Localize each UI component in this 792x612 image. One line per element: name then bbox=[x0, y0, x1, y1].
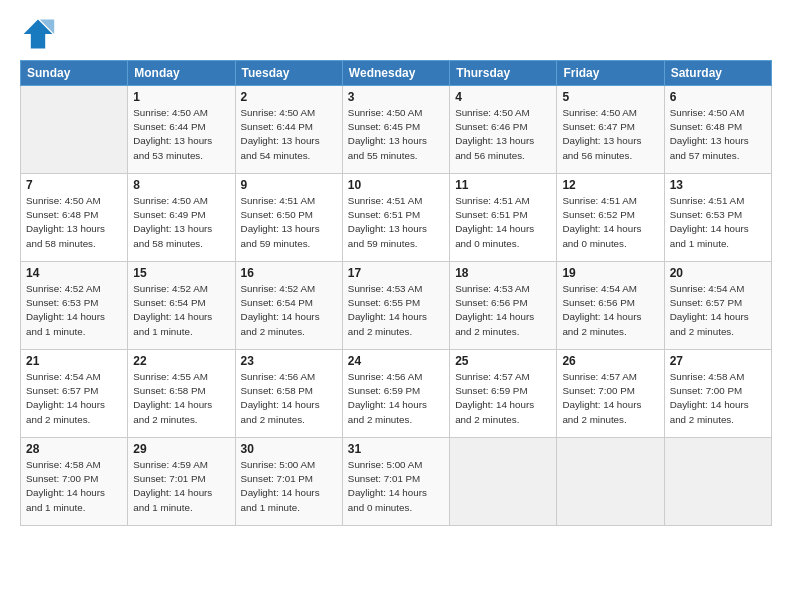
cell-daylight: Daylight: 14 hours and 0 minutes. bbox=[348, 486, 444, 514]
cell-info: Sunrise: 4:54 AM Sunset: 6:57 PM Dayligh… bbox=[670, 282, 766, 339]
cell-sunset: Sunset: 6:56 PM bbox=[455, 296, 551, 310]
calendar-cell: 28 Sunrise: 4:58 AM Sunset: 7:00 PM Dayl… bbox=[21, 438, 128, 526]
cell-sunrise: Sunrise: 4:50 AM bbox=[562, 106, 658, 120]
cell-daylight: Daylight: 14 hours and 2 minutes. bbox=[348, 398, 444, 426]
cell-sunset: Sunset: 7:00 PM bbox=[26, 472, 122, 486]
calendar-cell: 19 Sunrise: 4:54 AM Sunset: 6:56 PM Dayl… bbox=[557, 262, 664, 350]
cell-sunrise: Sunrise: 4:55 AM bbox=[133, 370, 229, 384]
cell-sunrise: Sunrise: 4:50 AM bbox=[455, 106, 551, 120]
cell-info: Sunrise: 4:52 AM Sunset: 6:54 PM Dayligh… bbox=[241, 282, 337, 339]
cell-daylight: Daylight: 14 hours and 2 minutes. bbox=[455, 310, 551, 338]
calendar-table: SundayMondayTuesdayWednesdayThursdayFrid… bbox=[20, 60, 772, 526]
cell-info: Sunrise: 4:57 AM Sunset: 6:59 PM Dayligh… bbox=[455, 370, 551, 427]
cell-sunset: Sunset: 6:52 PM bbox=[562, 208, 658, 222]
cell-sunrise: Sunrise: 4:52 AM bbox=[241, 282, 337, 296]
cell-sunset: Sunset: 6:59 PM bbox=[348, 384, 444, 398]
weekday-header: Wednesday bbox=[342, 61, 449, 86]
cell-day-number: 21 bbox=[26, 354, 122, 368]
cell-daylight: Daylight: 13 hours and 59 minutes. bbox=[241, 222, 337, 250]
logo bbox=[20, 16, 62, 52]
cell-sunset: Sunset: 7:01 PM bbox=[241, 472, 337, 486]
cell-daylight: Daylight: 14 hours and 1 minute. bbox=[133, 486, 229, 514]
cell-day-number: 30 bbox=[241, 442, 337, 456]
calendar-week-row: 28 Sunrise: 4:58 AM Sunset: 7:00 PM Dayl… bbox=[21, 438, 772, 526]
cell-day-number: 1 bbox=[133, 90, 229, 104]
calendar-cell: 30 Sunrise: 5:00 AM Sunset: 7:01 PM Dayl… bbox=[235, 438, 342, 526]
cell-sunset: Sunset: 6:51 PM bbox=[455, 208, 551, 222]
cell-sunset: Sunset: 6:48 PM bbox=[670, 120, 766, 134]
cell-sunrise: Sunrise: 4:50 AM bbox=[348, 106, 444, 120]
calendar-cell: 17 Sunrise: 4:53 AM Sunset: 6:55 PM Dayl… bbox=[342, 262, 449, 350]
cell-daylight: Daylight: 13 hours and 59 minutes. bbox=[348, 222, 444, 250]
weekday-header: Sunday bbox=[21, 61, 128, 86]
cell-sunrise: Sunrise: 4:57 AM bbox=[562, 370, 658, 384]
cell-sunset: Sunset: 6:56 PM bbox=[562, 296, 658, 310]
cell-daylight: Daylight: 14 hours and 2 minutes. bbox=[562, 398, 658, 426]
cell-info: Sunrise: 4:51 AM Sunset: 6:51 PM Dayligh… bbox=[455, 194, 551, 251]
cell-daylight: Daylight: 14 hours and 2 minutes. bbox=[670, 398, 766, 426]
weekday-header: Saturday bbox=[664, 61, 771, 86]
cell-day-number: 17 bbox=[348, 266, 444, 280]
calendar-cell: 2 Sunrise: 4:50 AM Sunset: 6:44 PM Dayli… bbox=[235, 86, 342, 174]
cell-info: Sunrise: 4:58 AM Sunset: 7:00 PM Dayligh… bbox=[26, 458, 122, 515]
cell-info: Sunrise: 4:51 AM Sunset: 6:50 PM Dayligh… bbox=[241, 194, 337, 251]
cell-sunrise: Sunrise: 5:00 AM bbox=[348, 458, 444, 472]
calendar-cell: 6 Sunrise: 4:50 AM Sunset: 6:48 PM Dayli… bbox=[664, 86, 771, 174]
cell-day-number: 7 bbox=[26, 178, 122, 192]
cell-sunset: Sunset: 7:00 PM bbox=[562, 384, 658, 398]
cell-daylight: Daylight: 14 hours and 1 minute. bbox=[26, 310, 122, 338]
cell-sunrise: Sunrise: 5:00 AM bbox=[241, 458, 337, 472]
cell-sunrise: Sunrise: 4:50 AM bbox=[670, 106, 766, 120]
calendar-cell: 16 Sunrise: 4:52 AM Sunset: 6:54 PM Dayl… bbox=[235, 262, 342, 350]
cell-daylight: Daylight: 13 hours and 56 minutes. bbox=[455, 134, 551, 162]
cell-info: Sunrise: 4:53 AM Sunset: 6:55 PM Dayligh… bbox=[348, 282, 444, 339]
cell-sunset: Sunset: 6:47 PM bbox=[562, 120, 658, 134]
calendar-cell: 26 Sunrise: 4:57 AM Sunset: 7:00 PM Dayl… bbox=[557, 350, 664, 438]
cell-daylight: Daylight: 14 hours and 1 minute. bbox=[241, 486, 337, 514]
cell-day-number: 16 bbox=[241, 266, 337, 280]
cell-sunset: Sunset: 6:44 PM bbox=[133, 120, 229, 134]
calendar-cell: 12 Sunrise: 4:51 AM Sunset: 6:52 PM Dayl… bbox=[557, 174, 664, 262]
cell-daylight: Daylight: 13 hours and 53 minutes. bbox=[133, 134, 229, 162]
cell-sunrise: Sunrise: 4:58 AM bbox=[26, 458, 122, 472]
calendar-cell: 11 Sunrise: 4:51 AM Sunset: 6:51 PM Dayl… bbox=[450, 174, 557, 262]
cell-info: Sunrise: 4:52 AM Sunset: 6:54 PM Dayligh… bbox=[133, 282, 229, 339]
cell-day-number: 6 bbox=[670, 90, 766, 104]
cell-sunset: Sunset: 7:01 PM bbox=[133, 472, 229, 486]
calendar-cell bbox=[450, 438, 557, 526]
calendar-cell: 21 Sunrise: 4:54 AM Sunset: 6:57 PM Dayl… bbox=[21, 350, 128, 438]
cell-daylight: Daylight: 14 hours and 0 minutes. bbox=[455, 222, 551, 250]
cell-info: Sunrise: 4:58 AM Sunset: 7:00 PM Dayligh… bbox=[670, 370, 766, 427]
calendar-cell: 8 Sunrise: 4:50 AM Sunset: 6:49 PM Dayli… bbox=[128, 174, 235, 262]
weekday-header: Monday bbox=[128, 61, 235, 86]
cell-daylight: Daylight: 14 hours and 2 minutes. bbox=[562, 310, 658, 338]
cell-daylight: Daylight: 13 hours and 55 minutes. bbox=[348, 134, 444, 162]
cell-info: Sunrise: 5:00 AM Sunset: 7:01 PM Dayligh… bbox=[241, 458, 337, 515]
cell-sunset: Sunset: 6:58 PM bbox=[133, 384, 229, 398]
cell-sunrise: Sunrise: 4:57 AM bbox=[455, 370, 551, 384]
cell-day-number: 31 bbox=[348, 442, 444, 456]
weekday-header: Tuesday bbox=[235, 61, 342, 86]
cell-info: Sunrise: 4:50 AM Sunset: 6:48 PM Dayligh… bbox=[670, 106, 766, 163]
calendar-cell: 27 Sunrise: 4:58 AM Sunset: 7:00 PM Dayl… bbox=[664, 350, 771, 438]
calendar-body: 1 Sunrise: 4:50 AM Sunset: 6:44 PM Dayli… bbox=[21, 86, 772, 526]
cell-info: Sunrise: 4:51 AM Sunset: 6:51 PM Dayligh… bbox=[348, 194, 444, 251]
cell-info: Sunrise: 4:50 AM Sunset: 6:44 PM Dayligh… bbox=[241, 106, 337, 163]
cell-sunrise: Sunrise: 4:51 AM bbox=[670, 194, 766, 208]
page: SundayMondayTuesdayWednesdayThursdayFrid… bbox=[0, 0, 792, 612]
calendar-cell: 1 Sunrise: 4:50 AM Sunset: 6:44 PM Dayli… bbox=[128, 86, 235, 174]
calendar-week-row: 7 Sunrise: 4:50 AM Sunset: 6:48 PM Dayli… bbox=[21, 174, 772, 262]
calendar-cell: 5 Sunrise: 4:50 AM Sunset: 6:47 PM Dayli… bbox=[557, 86, 664, 174]
calendar-cell: 23 Sunrise: 4:56 AM Sunset: 6:58 PM Dayl… bbox=[235, 350, 342, 438]
cell-daylight: Daylight: 14 hours and 2 minutes. bbox=[670, 310, 766, 338]
cell-info: Sunrise: 4:51 AM Sunset: 6:52 PM Dayligh… bbox=[562, 194, 658, 251]
cell-info: Sunrise: 5:00 AM Sunset: 7:01 PM Dayligh… bbox=[348, 458, 444, 515]
cell-sunrise: Sunrise: 4:50 AM bbox=[133, 194, 229, 208]
cell-daylight: Daylight: 14 hours and 2 minutes. bbox=[348, 310, 444, 338]
cell-daylight: Daylight: 14 hours and 2 minutes. bbox=[26, 398, 122, 426]
cell-day-number: 5 bbox=[562, 90, 658, 104]
cell-daylight: Daylight: 14 hours and 1 minute. bbox=[26, 486, 122, 514]
cell-sunset: Sunset: 6:54 PM bbox=[241, 296, 337, 310]
calendar-cell: 3 Sunrise: 4:50 AM Sunset: 6:45 PM Dayli… bbox=[342, 86, 449, 174]
calendar-cell: 25 Sunrise: 4:57 AM Sunset: 6:59 PM Dayl… bbox=[450, 350, 557, 438]
